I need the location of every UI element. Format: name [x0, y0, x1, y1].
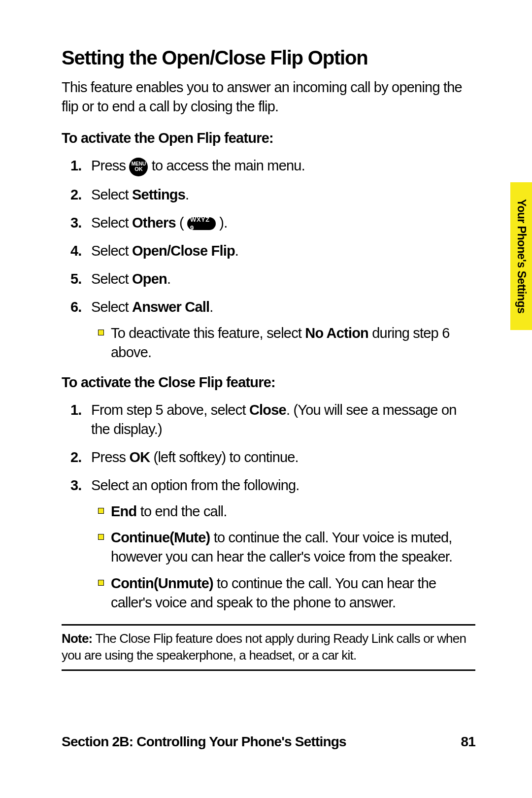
step-b1: From step 5 above, select Close. (You wi… [91, 400, 475, 439]
step-bold: OK [129, 449, 150, 465]
section-a-title: To activate the Open Flip feature: [62, 130, 475, 146]
step-b3: Select an option from the following. End… [91, 476, 475, 612]
step-bold: Open [132, 271, 167, 287]
menu-ok-key-icon: MENUOK [129, 158, 148, 176]
sub-bullet: End to end the call. [111, 502, 475, 521]
step-text: . [167, 271, 170, 287]
step-text: Select [91, 271, 132, 287]
step-2: Select Settings. [91, 185, 475, 204]
intro-paragraph: This feature enables you to answer an in… [62, 78, 475, 116]
step-6: Select Answer Call. To deactivate this f… [91, 298, 475, 362]
section-b-steps: From step 5 above, select Close. (You wi… [62, 400, 475, 612]
sub-text: To deactivate this feature, select [111, 325, 305, 341]
step-text: . [235, 243, 238, 259]
footer-section: Section 2B: Controlling Your Phone's Set… [62, 734, 346, 750]
step-text: Select [91, 187, 132, 202]
step-text: ). [216, 215, 227, 231]
step-text: Select an option from the following. [91, 477, 299, 493]
step-text: to access the main menu. [148, 158, 305, 173]
section-a-steps: Press MENUOK to access the main menu. Se… [62, 156, 475, 362]
sub-text: to end the call. [136, 503, 227, 519]
wxyz-9-key-icon: WXYZ 9 [187, 217, 216, 230]
sub-bullet: Continue(Mute) to continue the call. You… [111, 528, 475, 566]
note-text: The Close Flip feature does not apply du… [62, 631, 466, 663]
side-tab: Your Phone's Settings [510, 182, 532, 330]
step-text: From step 5 above, select [91, 402, 249, 418]
step-bold: Open/Close Flip [132, 243, 235, 259]
step-bold: Close [249, 402, 286, 418]
sub-bold: End [111, 503, 136, 519]
step-text: (left softkey) to continue. [150, 449, 299, 465]
step-6-sublist: To deactivate this feature, select No Ac… [91, 324, 475, 362]
section-b-title: To activate the Close Flip feature: [62, 374, 475, 391]
step-text: . [185, 187, 189, 202]
page-heading: Setting the Open/Close Flip Option [62, 47, 475, 69]
sub-bold: Contin(Unmute) [111, 575, 213, 591]
step-b2: Press OK (left softkey) to continue. [91, 448, 475, 467]
step-text: Select [91, 299, 132, 315]
step-3: Select Others ( WXYZ 9 ). [91, 213, 475, 233]
step-text: Select [91, 243, 132, 259]
page-footer: Section 2B: Controlling Your Phone's Set… [62, 734, 475, 750]
step-b3-sublist: End to end the call. Continue(Mute) to c… [91, 502, 475, 612]
side-tab-label: Your Phone's Settings [515, 199, 528, 313]
step-4: Select Open/Close Flip. [91, 241, 475, 261]
page-body: Setting the Open/Close Flip Option This … [0, 0, 532, 671]
step-5: Select Open. [91, 269, 475, 289]
step-1: Press MENUOK to access the main menu. [91, 156, 475, 176]
sub-bullet: Contin(Unmute) to continue the call. You… [111, 574, 475, 612]
sub-bold: No Action [305, 325, 368, 341]
note-block: Note: The Close Flip feature does not ap… [62, 624, 475, 671]
step-bold: Answer Call [132, 299, 209, 315]
step-text: Select [91, 215, 132, 231]
step-bold: Others [132, 215, 176, 231]
step-text: Press [91, 158, 129, 173]
step-text: ( [176, 215, 187, 231]
sub-bullet: To deactivate this feature, select No Ac… [111, 324, 475, 362]
step-bold: Settings [132, 187, 185, 202]
step-text: Press [91, 449, 129, 465]
sub-bold: Continue(Mute) [111, 530, 210, 545]
footer-page-number: 81 [461, 734, 475, 750]
note-label: Note: [62, 631, 92, 646]
step-text: . [209, 299, 213, 315]
